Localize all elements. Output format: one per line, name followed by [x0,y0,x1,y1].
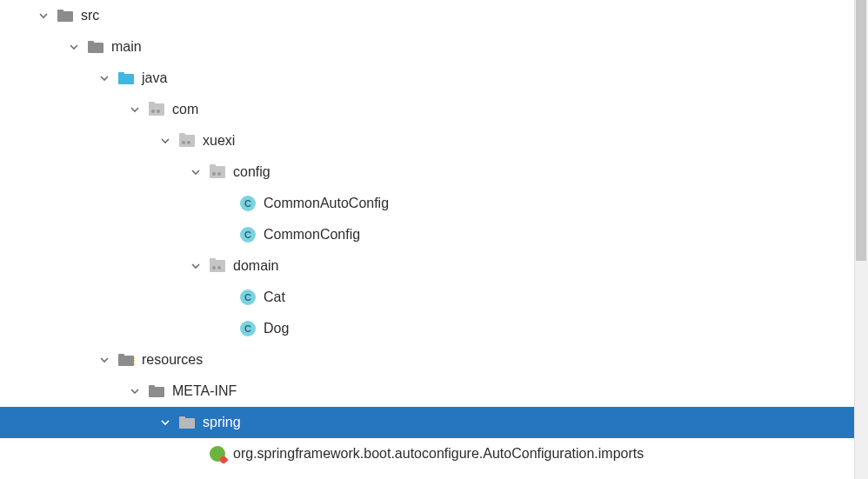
java-class-icon: C [239,226,257,243]
tree-row-meta-inf[interactable]: META-INF [0,376,854,407]
tree-item-label: main [111,38,142,55]
package-icon [148,101,165,118]
resources-folder-icon [117,351,135,369]
folder-icon [87,38,104,56]
scrollbar-thumb[interactable] [856,0,866,261]
package-icon [178,132,196,150]
tree-row-class[interactable]: C CommonAutoConfig [0,188,854,219]
tree-row-src[interactable]: src [0,0,854,31]
tree-item-label: Dog [264,320,289,336]
chevron-down-icon[interactable] [127,383,143,399]
chevron-down-icon[interactable] [127,102,143,117]
tree-row-class[interactable]: C CommonConfig [0,219,854,250]
project-tree[interactable]: src main java com xuexi [0,0,854,479]
folder-icon [148,383,165,400]
tree-row-main[interactable]: main [0,31,854,63]
tree-row-config[interactable]: config [0,156,854,188]
java-class-icon: C [239,320,257,337]
source-folder-icon [117,70,135,87]
tree-row-xuexi[interactable]: xuexi [0,125,854,156]
tree-row-domain[interactable]: domain [0,250,854,282]
tree-item-label: CommonAutoConfig [264,195,389,211]
chevron-down-icon[interactable] [157,133,173,149]
tree-row-java[interactable]: java [0,63,854,94]
chevron-down-icon[interactable] [66,39,82,55]
tree-item-label: CommonConfig [264,226,360,243]
spring-config-file-icon [209,445,226,462]
chevron-down-icon[interactable] [157,415,173,430]
tree-row-class[interactable]: C Dog [0,313,854,344]
package-icon [209,257,226,275]
package-icon [209,163,226,181]
tree-row-com[interactable]: com [0,94,854,125]
tree-item-label: xuexi [203,132,235,149]
tree-item-label: domain [233,257,278,274]
tree-row-spring[interactable]: spring [0,407,854,438]
chevron-down-icon[interactable] [97,352,112,368]
chevron-down-icon[interactable] [188,164,204,180]
tree-item-label: Cat [264,289,285,305]
folder-icon [178,414,196,431]
chevron-down-icon[interactable] [188,258,204,274]
tree-item-label: config [233,163,270,180]
tree-item-label: org.springframework.boot.autoconfigure.A… [233,445,644,462]
folder-icon [57,7,74,24]
java-class-icon: C [239,289,257,306]
tree-item-label: java [142,70,167,86]
tree-row-class[interactable]: C Cat [0,282,854,313]
tree-item-label: spring [203,414,241,430]
java-class-icon: C [239,195,257,212]
tree-row-imports-file[interactable]: org.springframework.boot.autoconfigure.A… [0,438,854,469]
tree-item-label: com [172,101,198,117]
scrollbar-vertical[interactable] [854,0,868,479]
tree-row-resources[interactable]: resources [0,344,854,376]
tree-item-label: src [81,7,99,23]
tree-item-label: META-INF [172,383,237,399]
tree-item-label: resources [142,351,203,368]
chevron-down-icon[interactable] [36,8,51,23]
chevron-down-icon[interactable] [97,70,112,86]
